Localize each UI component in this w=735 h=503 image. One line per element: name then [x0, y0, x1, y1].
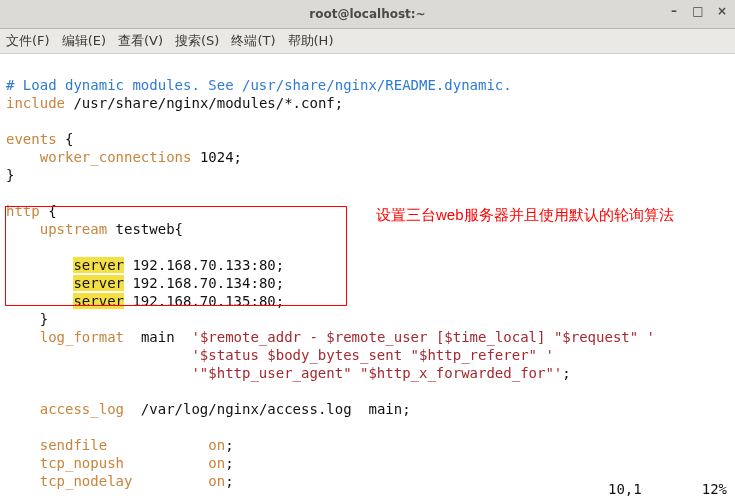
upstream-rbrace: }	[40, 311, 48, 327]
server-1: 192.168.70.133:80;	[124, 257, 284, 273]
events-rbrace: }	[6, 167, 14, 183]
main-word: main	[141, 329, 175, 345]
sf-semi: ;	[225, 437, 233, 453]
lf-semi: ;	[562, 365, 570, 381]
kw-on-1: on	[208, 437, 225, 453]
menu-terminal[interactable]: 终端(T)	[231, 32, 275, 50]
np-semi: ;	[225, 455, 233, 471]
server-3: 192.168.70.135:80;	[124, 293, 284, 309]
str-lf1: '$remote_addr - $remote_user [$time_loca…	[191, 329, 655, 345]
kw-server-2: server	[73, 275, 124, 291]
http-lbrace: {	[40, 203, 57, 219]
kw-server-3: server	[73, 293, 124, 309]
upstream-name: testweb{	[107, 221, 183, 237]
kw-include: include	[6, 95, 65, 111]
status-bar: 10,1 12%	[0, 481, 735, 503]
maximize-button[interactable]: □	[691, 4, 705, 18]
kw-sendfile: sendfile	[40, 437, 107, 453]
kw-events: events	[6, 131, 57, 147]
path-modules: /usr/share/nginx/modules/*.conf;	[65, 95, 343, 111]
minimize-button[interactable]: –	[667, 4, 681, 18]
cursor-position: 10,1	[608, 481, 642, 497]
kw-worker-connections: worker_connections	[40, 149, 192, 165]
titlebar: root@localhost:~ – □ ×	[0, 0, 735, 29]
kw-on-2: on	[208, 455, 225, 471]
events-lbrace: {	[57, 131, 74, 147]
terminal-content[interactable]: # Load dynamic modules. See /usr/share/n…	[0, 54, 735, 503]
menu-view[interactable]: 查看(V)	[118, 32, 163, 50]
kw-access-log: access_log	[40, 401, 124, 417]
window-buttons: – □ ×	[667, 4, 729, 18]
val-1024: 1024	[200, 149, 234, 165]
kw-upstream: upstream	[40, 221, 107, 237]
menubar: 文件(F) 编辑(E) 查看(V) 搜索(S) 终端(T) 帮助(H)	[0, 29, 735, 54]
code-comment: # Load dynamic modules. See /usr/share/n…	[6, 77, 512, 93]
kw-log-format: log_format	[40, 329, 124, 345]
path-access: /var/log/nginx/access.log main;	[124, 401, 411, 417]
menu-search[interactable]: 搜索(S)	[175, 32, 219, 50]
kw-tcp-nopush: tcp_nopush	[40, 455, 124, 471]
server-2: 192.168.70.134:80;	[124, 275, 284, 291]
scroll-percent: 12%	[702, 481, 727, 497]
kw-http: http	[6, 203, 40, 219]
menu-edit[interactable]: 编辑(E)	[62, 32, 106, 50]
menu-help[interactable]: 帮助(H)	[288, 32, 334, 50]
str-lf2: '$status $body_bytes_sent "$http_referer…	[191, 347, 553, 363]
str-lf3: '"$http_user_agent" "$http_x_forwarded_f…	[191, 365, 562, 381]
close-button[interactable]: ×	[715, 4, 729, 18]
kw-server-1: server	[73, 257, 124, 273]
annotation-text: 设置三台web服务器并且使用默认的轮询算法	[376, 204, 716, 226]
menu-file[interactable]: 文件(F)	[6, 32, 50, 50]
window-title: root@localhost:~	[309, 7, 425, 21]
wc-semi: ;	[234, 149, 242, 165]
